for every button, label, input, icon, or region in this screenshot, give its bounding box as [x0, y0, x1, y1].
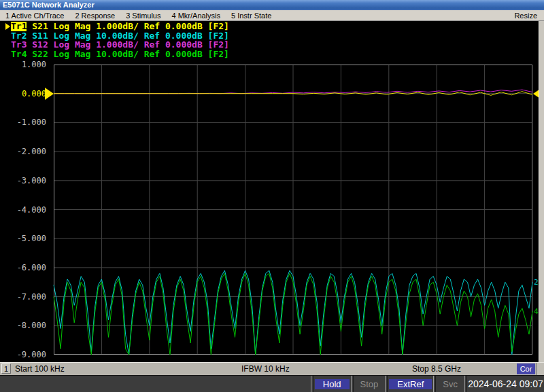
trace-id: Tr1 [11, 22, 27, 31]
analyzer-screen: E5071C Network Analyzer 1 Active Ch/Trac… [0, 0, 544, 392]
y-tick-label: -5.000 [0, 234, 46, 243]
y-tick-label: 1.000 [0, 60, 46, 69]
trace-desc: S12 Log Mag 1.000dB/ Ref 0.000dB [F2] [32, 40, 229, 50]
y-tick-label: -4.000 [0, 205, 46, 215]
start-frequency-label: Start 100 kHz [15, 364, 65, 374]
status-bar-filler [0, 376, 311, 392]
trace-row-tr3[interactable]: Tr3 S12 Log Mag 1.000dB/ Ref 0.000dB [F2… [5, 40, 359, 50]
y-tick-label: -8.000 [0, 321, 46, 330]
extref-status-badge: ExtRef [389, 379, 432, 389]
y-tick-label: -2.000 [0, 147, 46, 156]
trace-row-tr1[interactable]: Tr1 S21 Log Mag 1.000dB/ Ref 0.000dB [F2… [5, 22, 359, 31]
y-tick-label: -1.000 [0, 118, 46, 127]
trace-desc: S11 Log Mag 10.00dB/ Ref 0.000dB [F2] [32, 31, 229, 41]
menu-item-response[interactable]: 2 Response [75, 12, 115, 20]
trace-id: Tr4 [11, 50, 27, 59]
correction-status-badge: Cor [517, 363, 535, 374]
menu-item-stimulus[interactable]: 3 Stimulus [126, 12, 160, 20]
trace-arrow-placeholder [5, 50, 11, 57]
plot-gridlines [54, 65, 532, 355]
trace-row-tr2[interactable]: Tr2 S11 Log Mag 10.00dB/ Ref 0.000dB [F2… [5, 31, 359, 41]
sweep-stop-status: Stop [354, 376, 386, 392]
instrument-status-bar: Hold Stop ExtRef Svc 2024-06-24 09:07 [0, 375, 544, 392]
trace-id: Tr2 [11, 31, 27, 41]
active-trace-arrow-icon [5, 23, 11, 30]
trace-row-tr4[interactable]: Tr4 S22 Log Mag 10.00dB/ Ref 0.000dB [F2… [5, 50, 359, 59]
y-tick-label: 0.000 [0, 89, 46, 99]
ref-level-marker-left-icon [45, 88, 54, 100]
trace-id: Tr3 [11, 40, 27, 50]
channel-number-badge: 1 [1, 363, 11, 374]
stop-frequency-label: Stop 8.5 GHz [412, 364, 461, 374]
trace-desc: S22 Log Mag 10.00dB/ Ref 0.000dB [F2] [32, 50, 229, 59]
right-edge-strip [539, 21, 544, 362]
menu-item-instr-state[interactable]: 5 Instr State [231, 12, 271, 20]
window-titlebar[interactable]: E5071C Network Analyzer [0, 0, 544, 10]
trace-plot: 24 [54, 65, 532, 355]
menu-item-resize[interactable]: Resize [514, 12, 537, 20]
y-tick-label: -9.000 [0, 350, 46, 359]
trace-desc: S21 Log Mag 1.000dB/ Ref 0.000dB [F2] [32, 22, 229, 31]
svc-status: Svc [436, 376, 464, 392]
menu-item-active-ch-trace[interactable]: 1 Active Ch/Trace [5, 12, 64, 20]
datetime-display: 2024-06-24 09:07 [467, 376, 544, 392]
channel-bar-grip [536, 363, 544, 375]
y-tick-label: -7.000 [0, 292, 46, 302]
channel-status-bar: 1 Start 100 kHz IFBW 10 kHz Stop 8.5 GHz… [0, 362, 544, 375]
y-tick-label: -6.000 [0, 263, 46, 272]
hold-status-badge: Hold [315, 379, 350, 389]
trace-end-label-s22: 4 [534, 307, 539, 316]
y-tick-label: -3.000 [0, 176, 46, 185]
menu-bar: 1 Active Ch/Trace 2 Response 3 Stimulus … [0, 10, 544, 21]
trace-end-label-s11: 2 [534, 278, 539, 287]
window-title: E5071C Network Analyzer [3, 1, 95, 9]
trace-arrow-placeholder [5, 32, 11, 39]
menu-item-mkr-analysis[interactable]: 4 Mkr/Analysis [171, 12, 220, 20]
trace-arrow-placeholder [5, 41, 11, 48]
trace-readout: Tr1 S21 Log Mag 1.000dB/ Ref 0.000dB [F2… [5, 22, 359, 58]
ifbw-label: IFBW 10 kHz [241, 364, 290, 374]
